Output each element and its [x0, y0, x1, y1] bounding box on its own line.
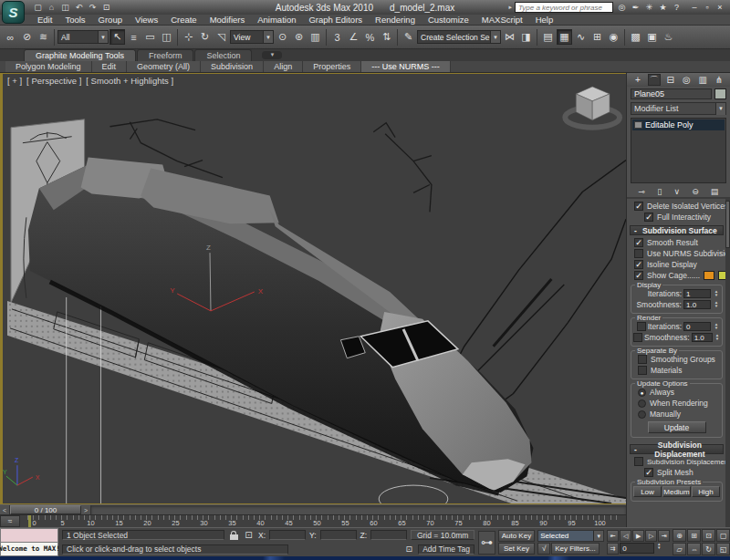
edit-named-sets-icon[interactable]: ✎: [401, 29, 416, 45]
help-icon[interactable]: ?: [671, 3, 683, 12]
menu-item[interactable]: Customize: [422, 15, 475, 25]
spinner-arrows-icon[interactable]: ▲▼: [713, 323, 720, 330]
selection-set-dropdown[interactable]: Selected ▼: [537, 530, 604, 542]
viewport-3d-scene[interactable]: Z X Y Z X Y: [3, 74, 626, 503]
minimize-button[interactable]: –: [690, 3, 699, 12]
menu-item[interactable]: Modifiers: [203, 15, 252, 25]
welcome-to-max-button[interactable]: Welcome to MAX!: [0, 543, 58, 556]
angle-snap-icon[interactable]: ∠: [346, 29, 361, 45]
menu-item[interactable]: Animation: [251, 15, 302, 25]
pan-button[interactable]: ⇔: [687, 543, 701, 555]
render-iterations-checkbox[interactable]: [637, 322, 646, 331]
display-tab[interactable]: ▥: [696, 74, 709, 86]
checkbox-icon[interactable]: ✓: [644, 213, 653, 222]
always-radio[interactable]: ● Always: [633, 387, 720, 398]
show-end-result-icon[interactable]: ▯: [657, 187, 662, 196]
modify-tab[interactable]: ⌒: [648, 74, 661, 86]
menu-item[interactable]: Group: [92, 15, 129, 25]
render-smoothness-checkbox[interactable]: [633, 333, 642, 342]
align-icon[interactable]: ◨: [518, 29, 534, 45]
time-tag-icon[interactable]: ⊡: [403, 544, 414, 554]
select-manipulate-icon[interactable]: ⊛: [291, 29, 307, 45]
auto-key-button[interactable]: Auto Key: [498, 530, 535, 542]
time-slider-track[interactable]: [91, 505, 626, 515]
panel-edit[interactable]: Edit: [92, 61, 128, 72]
use-nurms-checkbox[interactable]: Use NURMS Subdivision: [630, 248, 724, 259]
selection-filter-dropdown[interactable]: All▼: [57, 30, 109, 44]
select-scale-icon[interactable]: ◹: [214, 29, 229, 45]
spinner-arrows-icon[interactable]: ▲▼: [655, 543, 662, 555]
ribbon-minimize-button[interactable]: ▼: [262, 51, 282, 59]
material-editor-icon[interactable]: ◉: [606, 29, 621, 45]
display-iterations-field[interactable]: 1: [683, 289, 711, 298]
search-icon[interactable]: ◎: [616, 3, 628, 12]
keyboard-override-icon[interactable]: ▥: [308, 29, 323, 45]
manage-scene-icon[interactable]: ⊡: [100, 2, 112, 13]
schematic-view-icon[interactable]: ⊞: [589, 29, 605, 45]
cage-color-swatch[interactable]: [704, 271, 714, 280]
modifier-stack[interactable]: Editable Poly: [631, 118, 726, 183]
display-smoothness-field[interactable]: 1.0: [683, 300, 711, 309]
smoothing-groups-checkbox[interactable]: Smoothing Groups: [633, 354, 720, 365]
viewport-menu-plus[interactable]: [ + ]: [7, 76, 22, 86]
selection-lock-icon[interactable]: [228, 531, 239, 540]
utilities-tab[interactable]: ⋔: [713, 74, 725, 86]
infocenter-collapse-icon[interactable]: ▸: [508, 4, 512, 11]
fov-button[interactable]: ▱: [673, 543, 686, 555]
show-cage-checkbox[interactable]: ✓ Show Cage......: [630, 270, 724, 281]
subdivision-displacement-rollout-header[interactable]: - Subdivision Displacement: [630, 444, 724, 454]
percent-snap-icon[interactable]: %: [362, 29, 378, 45]
scrollbar-thumb[interactable]: [725, 201, 730, 248]
set-key-button[interactable]: Set Key: [498, 543, 535, 555]
set-keys-big-button[interactable]: ⊶: [478, 531, 495, 555]
bind-to-space-warp-icon[interactable]: ≋: [36, 29, 51, 45]
select-and-link-icon[interactable]: ∞: [3, 29, 18, 45]
absolute-offset-toggle-icon[interactable]: ⊡: [243, 530, 255, 540]
x-coordinate-field[interactable]: [269, 530, 306, 540]
menu-item[interactable]: Help: [529, 15, 560, 25]
render-setup-icon[interactable]: ▩: [628, 29, 643, 45]
subscription-center-icon[interactable]: ✒: [630, 3, 641, 12]
render-smoothness-field[interactable]: 1.0: [692, 333, 714, 342]
unlink-selection-icon[interactable]: ⊘: [19, 29, 35, 45]
rendered-frame-icon[interactable]: ▣: [644, 29, 660, 45]
zoom-region-button[interactable]: ▢: [716, 529, 730, 542]
panel-use-nurms[interactable]: --- Use NURMS ---: [361, 61, 451, 72]
panel-scrollbar[interactable]: [725, 199, 730, 527]
object-color-swatch[interactable]: [714, 88, 726, 99]
preset-button[interactable]: Medium: [662, 486, 691, 497]
y-coordinate-field[interactable]: [320, 530, 357, 540]
max-logo-button[interactable]: S: [2, 1, 25, 24]
snaps-toggle-icon[interactable]: 3: [329, 29, 345, 45]
materials-checkbox[interactable]: Materials: [633, 365, 720, 376]
mirror-icon[interactable]: ⋈: [502, 29, 517, 45]
menu-item[interactable]: Tools: [58, 15, 91, 25]
pin-stack-icon[interactable]: ⊸: [639, 187, 646, 196]
next-frame-arrow[interactable]: >: [81, 505, 91, 515]
smooth-result-checkbox[interactable]: ✓ Smooth Result: [630, 237, 724, 248]
menu-item[interactable]: Edit: [31, 15, 58, 25]
panel-subdivision[interactable]: Subdivision: [201, 61, 264, 72]
panel-polygon-modeling[interactable]: Polygon Modeling: [5, 61, 92, 72]
tab-selection[interactable]: Selection: [194, 49, 252, 61]
spinner-snap-icon[interactable]: ⇅: [379, 29, 394, 45]
rectangular-selection-icon[interactable]: ▭: [142, 29, 158, 45]
checkbox-icon[interactable]: ✓: [634, 202, 643, 211]
previous-frame-arrow[interactable]: <: [0, 505, 10, 515]
motion-tab[interactable]: ◎: [680, 74, 693, 86]
isoline-display-checkbox[interactable]: ✓ Isoline Display: [630, 259, 724, 270]
make-unique-icon[interactable]: ∨: [673, 187, 680, 196]
menu-item[interactable]: Rendering: [369, 15, 422, 25]
maximize-viewport-button[interactable]: ◱: [716, 543, 730, 555]
split-mesh-checkbox[interactable]: ✓ Split Mesh: [630, 467, 724, 478]
key-mode-toggle-button[interactable]: ⇉: [607, 543, 619, 555]
redo-icon[interactable]: ↷: [87, 2, 99, 13]
undo-icon[interactable]: ↶: [73, 2, 85, 13]
chevron-down-icon[interactable]: ▼: [715, 103, 725, 115]
panel-properties[interactable]: Properties: [303, 61, 361, 72]
update-button[interactable]: Update: [648, 421, 706, 433]
select-rotate-icon[interactable]: ↻: [197, 29, 213, 45]
zoom-button[interactable]: ⊕: [673, 529, 686, 542]
track-bar-ruler[interactable]: 0510152025303540455055606570758085909510…: [20, 515, 626, 527]
when-rendering-radio[interactable]: When Rendering: [633, 398, 720, 409]
